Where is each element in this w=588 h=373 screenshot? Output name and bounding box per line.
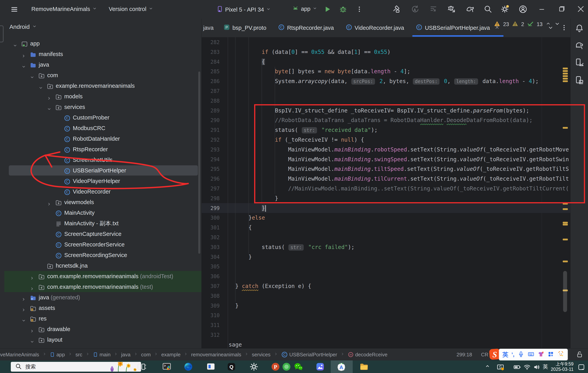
tree-item-screencaptureservice[interactable]: CScreenCaptureService [4, 229, 201, 239]
warning-stripe-mark[interactable] [563, 73, 568, 74]
tree-item-modbuscrc[interactable]: CModbusCRC [4, 123, 201, 134]
gutter-line-number[interactable]: 309 [202, 301, 220, 311]
device-selector[interactable]: Pixel 5 - API 34 [217, 5, 271, 14]
tree-item-java[interactable]: java (generated) [4, 292, 201, 303]
tree-item-java[interactable]: java [4, 59, 201, 70]
taskbar-app-green-app-icon[interactable] [282, 362, 291, 372]
warning-stripe-mark[interactable] [563, 224, 568, 226]
ime-toolbox-icon[interactable] [547, 351, 554, 358]
running-devices-icon[interactable] [575, 75, 584, 84]
gutter-line-number[interactable]: 295 [202, 164, 220, 174]
tree-item-hcnetsdk-jna[interactable]: hcnetsdk.jna [4, 260, 201, 271]
volume-icon[interactable] [533, 363, 540, 370]
gutter-line-number[interactable]: 284 [202, 57, 220, 67]
gutter-line-number[interactable]: 300 [202, 213, 220, 223]
ime-mic-icon[interactable] [518, 351, 524, 358]
tree-item-rtsprecorder[interactable]: CRtspRecorder [4, 144, 201, 155]
account-avatar-icon[interactable] [518, 5, 527, 14]
chevron-down-icon[interactable] [21, 316, 27, 321]
code-line[interactable]: MainViewModel.mainBinding.tilCurrent.set… [229, 174, 569, 184]
code-line[interactable]: System.arraycopy(data, srcPos: 2, bytes,… [229, 76, 539, 86]
taskbar-app-wechat-icon[interactable] [294, 362, 303, 372]
breadcrumb-item-ovemarineanimals[interactable]: oveMarineAnimals [0, 352, 39, 358]
chevron-right-icon[interactable] [21, 305, 27, 311]
code-line[interactable]: sage [229, 340, 242, 348]
code-line[interactable]: status( str: "crc failed"); [229, 242, 355, 252]
chevron-down-icon[interactable] [30, 73, 35, 78]
code-line[interactable]: { [229, 223, 252, 233]
gutter-line-number[interactable]: 297 [202, 184, 220, 194]
gutter-line-number[interactable]: 311 [202, 320, 220, 330]
code-line[interactable]: MainViewModel.mainBinding.swingSpeed.set… [229, 155, 569, 164]
vcs-menu[interactable]: Version control [109, 6, 153, 12]
gutter-line-number[interactable]: 291 [202, 125, 220, 135]
network-icon[interactable] [523, 363, 530, 370]
tree-item-mainactivity-txt[interactable]: MainActivity - 副本.txt [4, 218, 201, 229]
ime-skin-icon[interactable] [538, 351, 544, 358]
gutter-line-number[interactable]: 307 [202, 281, 220, 291]
tree-item-videorecorder[interactable]: CVideoRecorder [4, 186, 201, 197]
attach-debugger-icon[interactable] [447, 5, 456, 14]
gradle-elephant-icon[interactable] [575, 41, 584, 50]
code-line[interactable]: } [229, 301, 239, 311]
warning-stripe-mark[interactable] [563, 78, 568, 80]
editor-scrollbar[interactable] [563, 271, 567, 312]
tree-item-drawable[interactable]: drawable [4, 324, 201, 334]
tab-rtsprecorder-java[interactable]: CRtspRecorder.java [272, 19, 340, 37]
search-everywhere-icon[interactable] [483, 5, 492, 14]
code-line[interactable]: MainViewModel.mainBinding.robotSpeed.set… [229, 145, 569, 155]
tree-item-customprober[interactable]: CCustomProber [4, 112, 201, 123]
tab-videorecorder-java[interactable]: CVideoRecorder.java [340, 19, 410, 37]
chevron-down-icon[interactable] [38, 83, 44, 89]
gutter-line-number[interactable] [202, 340, 220, 348]
taskbar-app-file-explorer-icon[interactable] [359, 362, 369, 372]
gutter-line-number[interactable]: 287 [202, 86, 220, 96]
ime-language-toggle[interactable]: 英 [502, 351, 508, 359]
chevron-right-icon[interactable] [21, 51, 27, 57]
gutter-line-number[interactable]: 289 [202, 106, 220, 115]
lock-icon[interactable] [576, 350, 584, 360]
breadcrumb-item-decoderceive[interactable]: mdecodeRceive [348, 352, 388, 358]
code-line[interactable]: //MainViewModel.mainBinding..setText(Str… [229, 184, 569, 194]
tree-item-videoplayerhelper[interactable]: CVideoPlayerHelper [4, 176, 201, 186]
code-line[interactable]: byte[] bytes = new byte[data.length - 4]… [229, 67, 410, 76]
gutter-line-number[interactable]: 304 [202, 252, 220, 262]
more-actions-icon[interactable] [356, 5, 363, 14]
warning-stripe-mark[interactable] [563, 80, 568, 82]
notification-center-icon[interactable] [578, 363, 585, 370]
tray-clock[interactable]: 上午9:59 2025-03-11 [551, 362, 574, 372]
device-manager-icon[interactable] [575, 58, 584, 67]
warning-stripe-mark[interactable] [563, 238, 568, 240]
settings-gear-icon[interactable] [500, 5, 509, 14]
chevron-right-icon[interactable] [47, 94, 52, 99]
gutter-line-number[interactable]: 288 [202, 96, 220, 106]
ime-mascot-icon[interactable] [557, 351, 564, 359]
tree-item-com[interactable]: com [4, 70, 201, 81]
tab-bsp-pv-proto[interactable]: Pbsp_PV.proto [218, 19, 272, 37]
gutter-line-number[interactable]: 282 [202, 37, 220, 47]
tab-options-icon[interactable] [561, 23, 568, 32]
code-line[interactable]: { [229, 57, 265, 67]
gutter-line-number[interactable]: 292 [202, 135, 220, 145]
code-line[interactable]: if (_toReceiveIV != null) { [229, 135, 364, 145]
gradle-sync-icon[interactable] [465, 5, 474, 14]
code-line[interactable]: MainViewModel.mainBinding.tiltSpeed.setT… [229, 164, 569, 174]
run-configuration[interactable]: app [292, 5, 317, 13]
code-line[interactable]: } [229, 194, 278, 203]
ime-punctuation-toggle[interactable]: ’, [511, 352, 514, 358]
breadcrumb-item-java[interactable]: java [121, 352, 130, 358]
gutter-line-number[interactable]: 285 [202, 67, 220, 76]
battery-icon[interactable] [513, 363, 520, 370]
breadcrumb-item-example[interactable]: example [161, 352, 180, 358]
breadcrumb-item-src[interactable]: src [75, 352, 82, 358]
next-problem-icon[interactable] [554, 20, 561, 28]
tree-item-screenshotutils[interactable]: CScreenshotUtils [4, 155, 201, 165]
prev-problem-icon[interactable] [545, 21, 551, 28]
tree-item-layout[interactable]: layout [4, 334, 201, 345]
breadcrumb-item-main[interactable]: main [93, 352, 111, 358]
tree-item-robotdatahanlder[interactable]: CRobotDataHanlder [4, 134, 201, 144]
code-line[interactable]: } catch (Exception e) { [229, 281, 311, 291]
debug-button[interactable] [339, 5, 347, 14]
chevron-down-icon[interactable] [21, 62, 27, 67]
gutter-line-number[interactable]: 310 [202, 311, 220, 320]
